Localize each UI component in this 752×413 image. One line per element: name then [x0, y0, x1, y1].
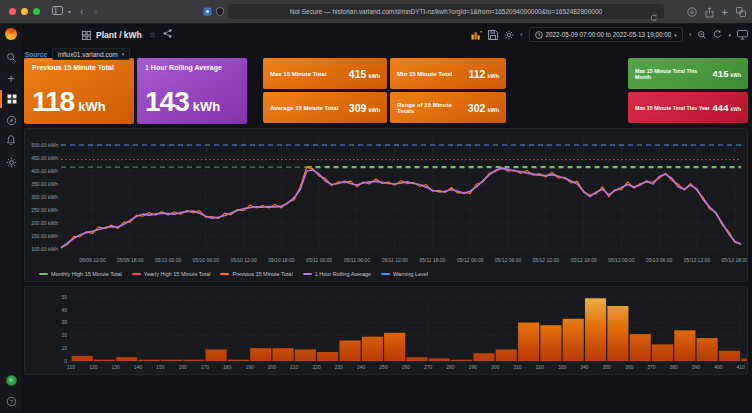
- time-range-picker[interactable]: 2022-05-09 07:00:00 to 2022-05-13 19:00:…: [529, 27, 683, 42]
- refresh-button[interactable]: [713, 30, 722, 39]
- x-axis-tick-label: 05/12 06:00: [495, 257, 522, 263]
- histogram-bar[interactable]: [563, 319, 584, 361]
- refresh-interval-dropdown[interactable]: ▾: [728, 32, 731, 38]
- x-axis-tick-label: 410: [737, 364, 746, 370]
- histogram-bar[interactable]: [362, 337, 383, 361]
- histogram-bar[interactable]: [406, 357, 427, 361]
- extension-shield-icon[interactable]: [216, 7, 224, 16]
- histogram-bar[interactable]: [384, 333, 405, 361]
- address-bar[interactable]: Not Secure — historian.varland.com/d/mnD…: [228, 4, 664, 19]
- new-tab-button[interactable]: +: [722, 7, 728, 17]
- back-button[interactable]: ‹: [80, 4, 83, 20]
- chevron-down-icon[interactable]: ▾: [68, 4, 71, 20]
- histogram-bar[interactable]: [72, 356, 93, 361]
- histogram-bar[interactable]: [674, 330, 695, 361]
- histogram-bar[interactable]: [607, 306, 628, 361]
- dashboards-icon[interactable]: [0, 90, 22, 108]
- x-axis-tick-label: 290: [469, 364, 478, 370]
- breadcrumb[interactable]: Plant / kWh: [96, 30, 142, 40]
- y-axis-tick-label: 200.00 kWh: [31, 220, 58, 226]
- x-axis-tick-label: 260: [402, 364, 411, 370]
- sidebar-toggle-icon[interactable]: [52, 4, 63, 20]
- histogram-bar[interactable]: [518, 323, 539, 361]
- star-icon[interactable]: ☆: [149, 30, 156, 40]
- share-icon[interactable]: [705, 7, 714, 18]
- create-plus-icon[interactable]: +: [0, 70, 22, 88]
- time-shift-forward-button[interactable]: ›: [689, 30, 692, 39]
- search-icon[interactable]: [0, 48, 22, 66]
- legend-item[interactable]: Yearly High 15 Minute Total: [132, 271, 211, 277]
- histogram-bar[interactable]: [697, 338, 718, 361]
- stat-title: Range of 15 Minute Totals: [397, 102, 468, 114]
- template-variables: Source influx01.varland.com ▾: [25, 48, 130, 60]
- histogram-bar[interactable]: [496, 350, 517, 362]
- x-axis-tick-label: 05/12 00:00: [457, 257, 484, 263]
- time-shift-back-button[interactable]: ‹: [520, 30, 523, 39]
- stat-unit: kWh: [487, 73, 499, 79]
- explore-compass-icon[interactable]: [0, 111, 22, 129]
- download-icon[interactable]: [687, 7, 697, 17]
- zoom-button[interactable]: [33, 8, 40, 15]
- histogram-bar[interactable]: [652, 344, 673, 361]
- user-avatar[interactable]: [0, 371, 22, 389]
- legend-label: Previous 15 Minute Total: [232, 271, 292, 277]
- dashboard-grid-icon[interactable]: [82, 26, 91, 44]
- histogram-bar[interactable]: [273, 348, 294, 361]
- save-dashboard-button[interactable]: [488, 30, 498, 40]
- x-axis-tick-label: 390: [692, 364, 701, 370]
- reload-icon[interactable]: [650, 8, 658, 26]
- histogram-bar[interactable]: [250, 348, 271, 361]
- histogram-bar[interactable]: [585, 298, 606, 361]
- extension-blue-icon[interactable]: [203, 7, 212, 16]
- share-dashboard-icon[interactable]: [163, 29, 172, 41]
- y-axis-tick-label: 0: [64, 358, 67, 364]
- histogram-bar[interactable]: [630, 334, 651, 361]
- configuration-gear-icon[interactable]: [0, 153, 22, 171]
- histogram-plot[interactable]: 0102030405011012013014015016017018019020…: [25, 287, 747, 374]
- stat-previous-15min[interactable]: Previous 15 Minute Total 118kWh: [24, 58, 134, 124]
- legend-color-marker: [381, 273, 390, 276]
- x-axis-tick-label: 150: [156, 364, 165, 370]
- help-icon[interactable]: ?: [0, 392, 22, 410]
- zoom-out-button[interactable]: [697, 30, 707, 40]
- close-button[interactable]: [9, 8, 16, 15]
- y-axis-tick-label: 50: [61, 294, 67, 300]
- legend-item[interactable]: Monthly High 15 Minute Total: [39, 271, 122, 277]
- stat-max-this-year[interactable]: Max 15 Minute Total This Year 444kWh: [628, 92, 748, 123]
- histogram-bar[interactable]: [473, 353, 494, 361]
- kiosk-mode-button[interactable]: [737, 30, 748, 40]
- source-variable-dropdown[interactable]: influx01.varland.com ▾: [52, 48, 130, 60]
- histogram-bar[interactable]: [719, 351, 740, 361]
- stat-max-15min[interactable]: Max 15 Minute Total 415kWh: [263, 58, 387, 89]
- legend-item[interactable]: Warning Level: [381, 271, 428, 277]
- timeseries-plot[interactable]: 100.00 kWh150.00 kWh200.00 kWh250.00 kWh…: [25, 129, 747, 269]
- histogram-bar[interactable]: [317, 352, 338, 361]
- minimize-button[interactable]: [21, 8, 28, 15]
- stat-min-15min[interactable]: Min 15 Minute Total 112kWh: [390, 58, 506, 89]
- stat-unit: kWh: [487, 107, 499, 113]
- stat-1h-rolling-average[interactable]: 1 Hour Rolling Average 143kWh: [137, 58, 247, 124]
- stat-title: Max 15 Minute Total This Month: [635, 68, 713, 80]
- grafana-logo[interactable]: [0, 25, 22, 43]
- alerting-bell-icon[interactable]: [0, 131, 22, 149]
- x-axis-tick-label: 170: [201, 364, 210, 370]
- stat-max-this-month[interactable]: Max 15 Minute Total This Month 415kWh: [628, 58, 748, 89]
- legend-item[interactable]: 1 Hour Rolling Average: [303, 271, 371, 277]
- stat-title: 1 Hour Rolling Average: [145, 64, 239, 71]
- stat-range-15min[interactable]: Range of 15 Minute Totals 302kWh: [390, 92, 506, 123]
- histogram-bar[interactable]: [540, 325, 561, 361]
- histogram-bar[interactable]: [295, 350, 316, 362]
- y-axis-tick-label: 100.00 kWh: [31, 246, 58, 252]
- forward-button[interactable]: ›: [94, 4, 97, 20]
- x-axis-tick-label: 220: [312, 364, 321, 370]
- dashboard-settings-button[interactable]: [504, 30, 514, 40]
- legend-item[interactable]: Previous 15 Minute Total: [220, 271, 292, 277]
- tab-overview-button[interactable]: [736, 7, 746, 17]
- chevron-down-icon: ▾: [122, 51, 125, 57]
- x-axis-tick-label: 400: [714, 364, 723, 370]
- stat-average-15min[interactable]: Average 15 Minute Total 309kWh: [263, 92, 387, 123]
- histogram-bar[interactable]: [116, 357, 137, 361]
- histogram-bar[interactable]: [340, 341, 361, 362]
- add-panel-button[interactable]: [471, 30, 482, 40]
- histogram-bar[interactable]: [206, 350, 227, 362]
